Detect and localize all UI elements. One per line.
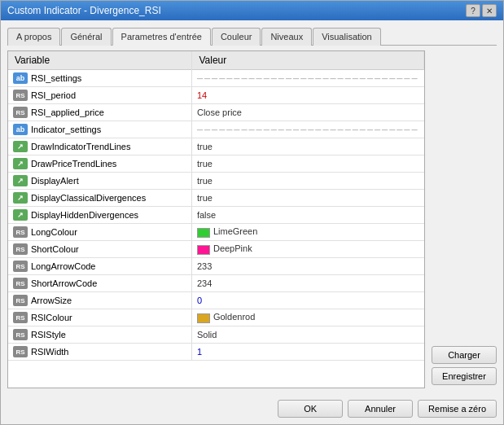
param-name: RSIWidth xyxy=(31,347,68,357)
ok-button[interactable]: OK xyxy=(278,400,343,418)
param-name: DisplayHiddenDivergences xyxy=(31,210,138,220)
param-name: RSIColour xyxy=(31,313,72,322)
type-badge-rs: RS xyxy=(13,329,28,340)
param-value: DeepPink xyxy=(192,241,424,258)
table-row[interactable]: RSRSI_period14 xyxy=(8,87,424,104)
type-badge-rs: RS xyxy=(13,295,28,306)
type-badge-trend: ↗ xyxy=(13,141,28,152)
annuler-button[interactable]: Annuler xyxy=(348,400,413,418)
param-name: DisplayClassicalDivergences xyxy=(31,193,146,203)
tab-visualisation[interactable]: Visualisation xyxy=(313,28,381,46)
param-value: true xyxy=(192,173,424,190)
charger-button[interactable]: Charger xyxy=(432,346,497,364)
table-row[interactable]: ↗DrawPriceTrendLinestrue xyxy=(8,156,424,173)
param-name: DrawIndicatorTrendLines xyxy=(31,142,130,151)
table-row[interactable]: RSRSIStyleSolid xyxy=(8,326,424,344)
type-badge-rs: RS xyxy=(13,90,28,101)
enregistrer-button[interactable]: Enregistrer xyxy=(432,367,497,385)
tab-parametres[interactable]: Parametres d'entrée xyxy=(112,28,211,46)
params-table-container[interactable]: Variable Valeur abRSI_settings──────────… xyxy=(7,50,425,388)
table-row[interactable]: RSShortColourDeepPink xyxy=(8,241,424,258)
param-value: true xyxy=(192,156,424,173)
window-content: A propos Général Parametres d'entrée Cou… xyxy=(1,20,503,395)
color-swatch xyxy=(197,228,210,238)
param-value: 233 xyxy=(192,258,424,275)
param-name: DisplayAlert xyxy=(31,176,79,186)
param-name: Indicator_settings xyxy=(31,125,101,134)
table-row[interactable]: RSRSIWidth1 xyxy=(8,344,424,361)
table-row[interactable]: RSLongColourLimeGreen xyxy=(8,224,424,241)
type-badge-trend: ↗ xyxy=(13,158,28,169)
title-bar: Custom Indicator - Divergence_RSI ? ✕ xyxy=(1,1,503,20)
tab-bar: A propos Général Parametres d'entrée Cou… xyxy=(7,27,497,46)
param-value: true xyxy=(192,190,424,207)
param-name: DrawPriceTrendLines xyxy=(31,159,116,169)
main-area: Variable Valeur abRSI_settings──────────… xyxy=(7,50,497,388)
close-button[interactable]: ✕ xyxy=(482,4,497,17)
tab-apropos[interactable]: A propos xyxy=(7,28,60,46)
type-badge-rs: RS xyxy=(13,243,28,255)
table-row[interactable]: abIndicator_settings────────────────────… xyxy=(8,121,424,138)
color-swatch xyxy=(197,245,210,255)
remise-button[interactable]: Remise a zéro xyxy=(418,400,497,418)
param-value: false xyxy=(192,207,424,224)
param-value: Close price xyxy=(192,104,424,121)
param-value: ────────────────────────────── xyxy=(192,70,424,87)
table-row[interactable]: RSRSI_applied_priceClose price xyxy=(8,104,424,121)
help-button[interactable]: ? xyxy=(466,4,480,17)
table-row[interactable]: RSShortArrowCode234 xyxy=(8,275,424,292)
table-row[interactable]: ↗DisplayHiddenDivergencesfalse xyxy=(8,207,424,224)
type-badge-trend: ↗ xyxy=(13,175,28,186)
param-name: RSI_applied_price xyxy=(31,107,104,117)
bottom-bar: OK Annuler Remise a zéro xyxy=(1,395,503,424)
param-value: Goldenrod xyxy=(192,309,424,326)
tab-general[interactable]: Général xyxy=(61,28,111,46)
table-row[interactable]: ↗DisplayAlerttrue xyxy=(8,173,424,190)
param-value: 14 xyxy=(192,87,424,104)
param-name: ShortColour xyxy=(31,244,79,254)
right-buttons: Charger Enregistrer xyxy=(432,50,497,388)
param-value: LimeGreen xyxy=(192,224,424,241)
param-name: LongArrowCode xyxy=(31,261,96,271)
param-value: 1 xyxy=(192,344,424,361)
main-window: Custom Indicator - Divergence_RSI ? ✕ A … xyxy=(0,0,504,425)
param-value: 234 xyxy=(192,275,424,292)
table-row[interactable]: abRSI_settings──────────────────────────… xyxy=(8,70,424,87)
params-table: Variable Valeur abRSI_settings──────────… xyxy=(8,51,424,361)
col-variable-header: Variable xyxy=(8,51,192,70)
window-title: Custom Indicator - Divergence_RSI xyxy=(7,5,161,16)
title-bar-buttons: ? ✕ xyxy=(466,4,497,17)
type-badge-rs: RS xyxy=(13,107,28,118)
table-row[interactable]: RSLongArrowCode233 xyxy=(8,258,424,275)
param-name: ShortArrowCode xyxy=(31,278,97,288)
type-badge-rs: RS xyxy=(13,261,28,272)
param-name: RSIStyle xyxy=(31,330,66,340)
type-badge-trend: ↗ xyxy=(13,192,28,204)
param-value: 0 xyxy=(192,292,424,309)
color-swatch xyxy=(197,313,210,323)
param-name: RSI_settings xyxy=(31,73,81,83)
table-row[interactable]: RSRSIColourGoldenrod xyxy=(8,309,424,326)
type-badge-rs: RS xyxy=(13,226,28,238)
type-badge-rs: RS xyxy=(13,312,28,323)
param-name: LongColour xyxy=(31,227,77,237)
col-value-header: Valeur xyxy=(192,51,424,70)
type-badge-ab: ab xyxy=(13,72,28,84)
type-badge-ab: ab xyxy=(13,124,28,135)
param-name: ArrowSize xyxy=(31,296,72,305)
type-badge-trend: ↗ xyxy=(13,209,28,221)
tab-niveaux[interactable]: Niveaux xyxy=(261,28,312,46)
param-value: ────────────────────────────── xyxy=(192,121,424,138)
param-name: RSI_period xyxy=(31,90,76,100)
type-badge-rs: RS xyxy=(13,278,28,289)
table-row[interactable]: ↗DrawIndicatorTrendLinestrue xyxy=(8,138,424,156)
type-badge-rs: RS xyxy=(13,346,28,357)
tab-couleur[interactable]: Couleur xyxy=(212,28,261,46)
table-row[interactable]: ↗DisplayClassicalDivergencestrue xyxy=(8,190,424,207)
table-row[interactable]: RSArrowSize0 xyxy=(8,292,424,309)
param-value: Solid xyxy=(192,326,424,344)
param-value: true xyxy=(192,138,424,156)
